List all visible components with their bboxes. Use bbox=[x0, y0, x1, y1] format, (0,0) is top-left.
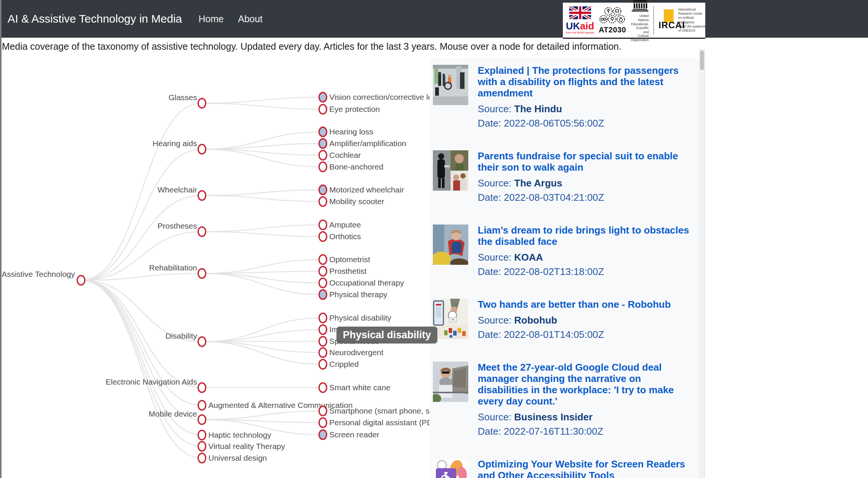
tree-node-label: Physical disability bbox=[329, 313, 391, 322]
tree-node[interactable] bbox=[198, 191, 206, 200]
tree-node[interactable] bbox=[319, 406, 327, 416]
article-meta: Explained | The protections for passenge… bbox=[478, 65, 694, 129]
tree-node[interactable] bbox=[319, 197, 327, 206]
tree-node[interactable] bbox=[319, 232, 327, 241]
tree-node[interactable] bbox=[319, 127, 327, 137]
article-title-link[interactable]: Meet the 27-year-old Google Cloud deal m… bbox=[478, 362, 694, 407]
tree-node[interactable] bbox=[319, 185, 327, 195]
article-source-name[interactable]: The Hindu bbox=[514, 103, 562, 115]
tree-node[interactable] bbox=[319, 325, 327, 334]
nav-home[interactable]: Home bbox=[199, 14, 224, 24]
article-thumbnail[interactable] bbox=[433, 65, 468, 105]
tree-node-label: Assistive Technology bbox=[2, 270, 75, 278]
tree-node-label: Crippled bbox=[329, 360, 359, 368]
article-thumbnail[interactable] bbox=[433, 299, 468, 339]
tree-link bbox=[202, 342, 323, 364]
tree-node[interactable] bbox=[198, 401, 206, 410]
ukaid-wordmark: UKaid bbox=[566, 21, 594, 31]
article-card: Two hands are better than one - RobohubS… bbox=[433, 299, 694, 341]
tree-node[interactable] bbox=[319, 93, 327, 102]
tree-node[interactable] bbox=[198, 145, 206, 154]
navbar-links: Home About bbox=[199, 14, 263, 24]
articles-panel: Explained | The protections for passenge… bbox=[429, 58, 705, 478]
tree-node[interactable] bbox=[198, 431, 206, 440]
article-title-link[interactable]: Liam's dream to ride brings light to obs… bbox=[478, 224, 694, 247]
ircai-mark-icon: IRCAI bbox=[659, 9, 676, 31]
tree-node-label: Physical therapy bbox=[329, 290, 388, 299]
tree-link bbox=[202, 97, 323, 103]
tree-node[interactable] bbox=[198, 99, 206, 108]
article-title-link[interactable]: Explained | The protections for passenge… bbox=[478, 65, 694, 99]
tree-node[interactable] bbox=[319, 267, 327, 276]
article-thumbnail[interactable] bbox=[433, 362, 468, 402]
tree-node-label: Eye protection bbox=[329, 105, 380, 113]
nav-about[interactable]: About bbox=[238, 14, 263, 24]
tree-node-label: Electronic Navigation Aids bbox=[105, 377, 197, 386]
articles-scrollbar-thumb[interactable] bbox=[700, 50, 704, 70]
article-card: Meet the 27-year-old Google Cloud deal m… bbox=[433, 362, 694, 437]
article-source-name[interactable]: The Argus bbox=[514, 177, 562, 189]
tree-link bbox=[202, 225, 323, 232]
article-date: Date: 2022-08-01T14:05:00Z bbox=[478, 329, 694, 341]
tree-node-label: Universal design bbox=[208, 454, 267, 462]
tree-link bbox=[81, 280, 202, 446]
tree-link bbox=[81, 280, 202, 420]
tree-node[interactable] bbox=[319, 290, 327, 299]
tree-node-label: Orthotics bbox=[329, 232, 361, 241]
tree-node[interactable] bbox=[319, 360, 327, 369]
tree-node[interactable] bbox=[319, 255, 327, 264]
article-source-name[interactable]: Business Insider bbox=[514, 411, 593, 423]
tree-node-label: Mobility scooter bbox=[329, 197, 384, 206]
article-meta: Parents fundraise for special suit to en… bbox=[478, 150, 694, 203]
tree-node[interactable] bbox=[319, 313, 327, 323]
article-thumbnail[interactable] bbox=[433, 150, 468, 191]
taxonomy-tree: Assistive TechnologyGlassesVision correc… bbox=[0, 60, 429, 478]
navbar: AI & Assistive Technology in Media Home … bbox=[0, 0, 868, 38]
tree-node[interactable] bbox=[319, 348, 327, 357]
at2030-logo: AT2030 bbox=[599, 7, 626, 34]
tree-node[interactable] bbox=[198, 442, 206, 451]
ukaid-logo: UKaid from the British people bbox=[566, 6, 594, 34]
article-source: Source: Business Insider bbox=[478, 411, 694, 423]
article-date: Date: 2022-07-16T11:30:00Z bbox=[478, 426, 694, 437]
articles-scrollbar-track[interactable] bbox=[699, 49, 705, 478]
article-title-link[interactable]: Two hands are better than one - Robohub bbox=[478, 299, 694, 310]
tree-node[interactable] bbox=[319, 430, 327, 440]
tree-node[interactable] bbox=[198, 383, 206, 392]
article-title-link[interactable]: Optimizing Your Website for Screen Reade… bbox=[478, 458, 694, 478]
tree-node-label: Mobile device bbox=[149, 409, 197, 418]
logo-divider bbox=[653, 6, 654, 34]
tree-node[interactable] bbox=[319, 278, 327, 288]
tree-node[interactable] bbox=[319, 337, 327, 346]
tree-node[interactable] bbox=[198, 454, 206, 463]
tree-node-label: Smartphone (smart phone, sm bbox=[329, 406, 429, 415]
article-thumbnail[interactable] bbox=[433, 224, 468, 265]
tree-node[interactable] bbox=[198, 269, 206, 278]
tree-node-label: Prostheses bbox=[157, 221, 197, 230]
app-title: AI & Assistive Technology in Media bbox=[0, 12, 182, 25]
article-title-link[interactable]: Parents fundraise for special suit to en… bbox=[478, 150, 694, 173]
tree-node[interactable] bbox=[319, 383, 327, 392]
tree-node[interactable] bbox=[319, 220, 327, 230]
tree-node-label: Hearing aids bbox=[153, 139, 197, 148]
tree-node[interactable] bbox=[198, 337, 206, 347]
tree-node-label: Cochlear bbox=[329, 151, 361, 159]
tree-node[interactable] bbox=[319, 162, 327, 172]
tree-link bbox=[202, 103, 323, 109]
tree-node[interactable] bbox=[319, 139, 327, 148]
article-thumbnail[interactable] bbox=[433, 458, 468, 478]
tree-node-label: Virtual reality Therapy bbox=[208, 442, 285, 451]
tree-node-label: Motorized wheelchair bbox=[329, 185, 404, 194]
at2030-gears-icon bbox=[599, 7, 626, 25]
tree-node[interactable] bbox=[198, 415, 206, 425]
tree-link bbox=[202, 190, 323, 195]
tree-link bbox=[202, 195, 323, 202]
article-source-name[interactable]: Robohub bbox=[514, 315, 557, 326]
tree-node[interactable] bbox=[319, 418, 327, 428]
article-source-name[interactable]: KOAA bbox=[514, 252, 543, 263]
tree-node[interactable] bbox=[319, 151, 327, 160]
tree-node[interactable] bbox=[319, 105, 327, 114]
article-meta: Optimizing Your Website for Screen Reade… bbox=[478, 458, 694, 478]
tree-node[interactable] bbox=[77, 276, 85, 285]
tree-node[interactable] bbox=[198, 227, 206, 237]
